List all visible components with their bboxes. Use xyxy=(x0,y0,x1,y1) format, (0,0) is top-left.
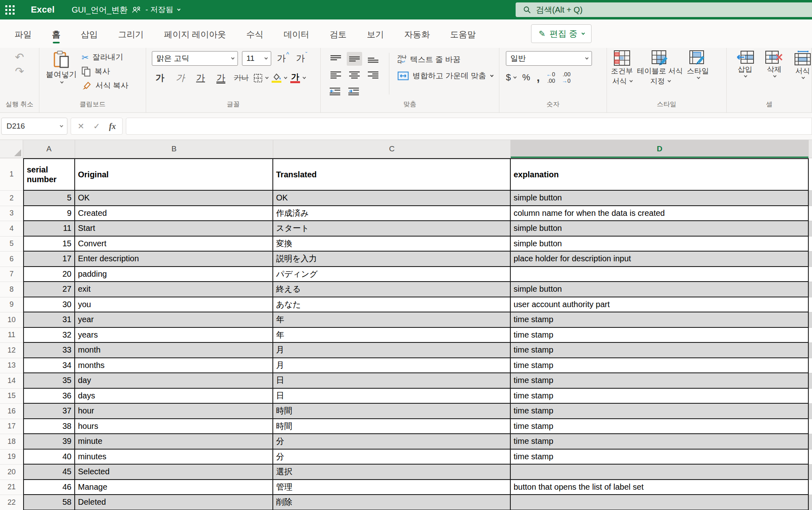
cell-b1[interactable]: Original xyxy=(75,158,273,191)
cell-a2[interactable]: 5 xyxy=(23,191,75,206)
search-box[interactable]: 검색(Alt + Q) xyxy=(516,2,812,17)
cell-b3[interactable]: Created xyxy=(75,206,273,222)
cut-button[interactable]: ✂ 잘라내기 xyxy=(82,52,128,62)
row-header-8[interactable]: 8 xyxy=(0,282,23,297)
shared-people-icon[interactable] xyxy=(131,6,142,14)
column-header-a[interactable]: A xyxy=(23,140,75,158)
cell-e10-partial[interactable] xyxy=(809,312,812,328)
bold-button[interactable]: 가 xyxy=(152,71,168,85)
cell-a1[interactable]: serial number xyxy=(23,158,75,191)
cell-d19[interactable]: time stamp xyxy=(511,450,809,465)
row-header-19[interactable]: 19 xyxy=(0,450,23,465)
chevron-down-icon[interactable] xyxy=(177,7,180,11)
cell-c19[interactable]: 分 xyxy=(273,450,511,465)
column-header-partial[interactable] xyxy=(809,140,812,158)
cell-c4[interactable]: スタート xyxy=(273,221,511,237)
cell-b4[interactable]: Start xyxy=(75,221,273,237)
row-header-15[interactable]: 15 xyxy=(0,389,23,404)
borders-button[interactable] xyxy=(253,73,268,83)
cancel-icon[interactable]: ✕ xyxy=(78,121,84,131)
fill-color-button[interactable] xyxy=(272,73,286,83)
cell-styles-button[interactable]: 스타일 xyxy=(687,50,709,99)
cell-c18[interactable]: 分 xyxy=(273,434,511,450)
cell-a20[interactable]: 45 xyxy=(23,465,75,480)
cell-d9[interactable]: user account authority part xyxy=(511,297,809,313)
cell-e8-partial[interactable] xyxy=(809,282,812,297)
comma-format-button[interactable]: , xyxy=(537,71,540,84)
cell-e20-partial[interactable] xyxy=(809,465,812,480)
cell-e5-partial[interactable] xyxy=(809,237,812,252)
cell-c14[interactable]: 日 xyxy=(273,373,511,389)
cell-b18[interactable]: minute xyxy=(75,434,273,450)
cell-b22[interactable]: Deleted xyxy=(75,495,273,510)
double-underline-button[interactable]: 가 xyxy=(213,71,229,85)
decrease-indent-button[interactable] xyxy=(328,84,343,98)
cell-b14[interactable]: day xyxy=(75,373,273,389)
cell-a9[interactable]: 30 xyxy=(23,297,75,313)
cell-c5[interactable]: 変換 xyxy=(273,237,511,252)
cell-a15[interactable]: 36 xyxy=(23,389,75,404)
row-header-16[interactable]: 16 xyxy=(0,404,23,419)
row-header-12[interactable]: 12 xyxy=(0,343,23,358)
conditional-formatting-button[interactable]: 조건부 서식 xyxy=(611,50,633,99)
cell-a12[interactable]: 33 xyxy=(23,343,75,358)
format-cells-button[interactable]: 서식 xyxy=(794,50,811,99)
cell-c22[interactable]: 削除 xyxy=(273,495,511,510)
row-header-17[interactable]: 17 xyxy=(0,419,23,435)
save-status[interactable]: - 저장됨 xyxy=(145,4,173,15)
strikethrough-button[interactable]: 가나 xyxy=(233,71,249,85)
cell-d16[interactable]: time stamp xyxy=(511,404,809,419)
insert-function-fx-icon[interactable]: fx xyxy=(109,122,116,131)
cell-a5[interactable]: 15 xyxy=(23,237,75,252)
increase-decimal-button[interactable]: ←0 .00 xyxy=(546,71,555,84)
cell-c6[interactable]: 説明を入力 xyxy=(273,252,511,267)
cell-b9[interactable]: you xyxy=(75,297,273,313)
cell-e3-partial[interactable] xyxy=(809,206,812,222)
cell-d7[interactable] xyxy=(511,267,809,282)
currency-format-button[interactable]: $ xyxy=(506,72,516,83)
cell-a6[interactable]: 17 xyxy=(23,252,75,267)
row-header-2[interactable]: 2 xyxy=(0,191,23,206)
name-box[interactable]: D216 xyxy=(1,118,67,135)
align-left-button[interactable] xyxy=(328,68,343,82)
cell-a18[interactable]: 39 xyxy=(23,434,75,450)
cell-e13-partial[interactable] xyxy=(809,358,812,374)
cell-d1[interactable]: explanation xyxy=(511,158,809,191)
cell-d17[interactable]: time stamp xyxy=(511,419,809,435)
cell-d6[interactable]: place holder for description input xyxy=(511,252,809,267)
cell-a19[interactable]: 40 xyxy=(23,450,75,465)
cell-a7[interactable]: 20 xyxy=(23,267,75,282)
cell-d2[interactable]: simple button xyxy=(511,191,809,206)
cell-c10[interactable]: 年 xyxy=(273,312,511,328)
cell-b10[interactable]: year xyxy=(75,312,273,328)
row-header-11[interactable]: 11 xyxy=(0,328,23,343)
font-name-select[interactable]: 맑은 고딕 xyxy=(152,51,238,66)
cell-b11[interactable]: years xyxy=(75,328,273,343)
row-header-9[interactable]: 9 xyxy=(0,297,23,313)
cell-a10[interactable]: 31 xyxy=(23,312,75,328)
cell-b16[interactable]: hour xyxy=(75,404,273,419)
cell-d15[interactable]: time stamp xyxy=(511,389,809,404)
copy-button[interactable]: 복사 xyxy=(82,66,128,77)
cell-a17[interactable]: 38 xyxy=(23,419,75,435)
font-size-select[interactable]: 11 xyxy=(242,51,271,66)
cell-d3[interactable]: column name for when the data is created xyxy=(511,206,809,222)
cell-c1[interactable]: Translated xyxy=(273,158,511,191)
app-title[interactable]: Excel xyxy=(31,4,55,15)
cell-e22-partial[interactable] xyxy=(809,495,812,510)
cell-c16[interactable]: 時間 xyxy=(273,404,511,419)
tab-draw[interactable]: 그리기 xyxy=(117,22,145,46)
tab-automate[interactable]: 자동화 xyxy=(404,22,431,46)
row-header-20[interactable]: 20 xyxy=(0,465,23,480)
cell-d11[interactable]: time stamp xyxy=(511,328,809,343)
row-header-21[interactable]: 21 xyxy=(0,480,23,495)
formula-input[interactable] xyxy=(126,118,812,135)
cell-c8[interactable]: 終える xyxy=(273,282,511,297)
cell-b15[interactable]: days xyxy=(75,389,273,404)
cell-d20[interactable] xyxy=(511,465,809,480)
column-header-b[interactable]: B xyxy=(75,140,273,158)
cell-c11[interactable]: 年 xyxy=(273,328,511,343)
align-top-button[interactable] xyxy=(328,52,343,66)
cell-e19-partial[interactable] xyxy=(809,450,812,465)
cell-c9[interactable]: あなた xyxy=(273,297,511,313)
